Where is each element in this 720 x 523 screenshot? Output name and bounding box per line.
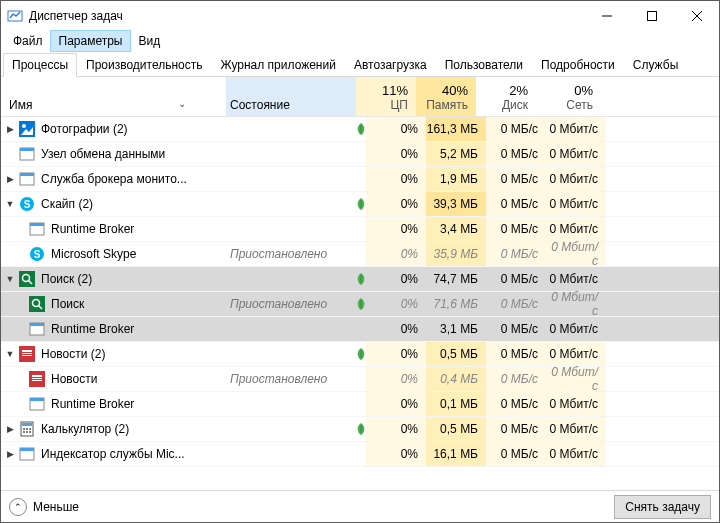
process-row[interactable]: ▼SСкайп (2)0%39,3 МБ0 МБ/с0 Мбит/с xyxy=(1,192,719,217)
titlebar[interactable]: Диспетчер задач xyxy=(1,1,719,31)
process-row[interactable]: НовостиПриостановлено0%0,4 МБ0 МБ/с0 Мби… xyxy=(1,367,719,392)
tab-startup[interactable]: Автозагрузка xyxy=(345,53,436,76)
process-row[interactable]: Runtime Broker0%3,1 МБ0 МБ/с0 Мбит/с xyxy=(1,317,719,342)
svg-rect-36 xyxy=(32,375,42,377)
process-name: Калькулятор (2) xyxy=(41,422,129,436)
column-memory[interactable]: 40%Память xyxy=(416,77,476,116)
cell-cpu: 0% xyxy=(366,417,426,441)
cell-status xyxy=(226,392,356,416)
footer-bar: ⌃ Меньше Снять задачу xyxy=(1,490,719,522)
cell-cpu: 0% xyxy=(366,142,426,166)
process-row[interactable]: ▼Поиск (2)0%74,7 МБ0 МБ/с0 Мбит/с xyxy=(1,267,719,292)
leaf-icon xyxy=(356,292,366,316)
chevron-down-icon[interactable]: ⌄ xyxy=(178,98,186,109)
cell-disk: 0 МБ/с xyxy=(486,367,546,391)
cell-cpu: 0% xyxy=(366,367,426,391)
column-name[interactable]: ⌄ Имя xyxy=(1,98,226,116)
cell-status xyxy=(226,217,356,241)
expand-toggle[interactable]: ▼ xyxy=(5,199,15,209)
expand-toggle[interactable]: ▼ xyxy=(5,274,15,284)
process-row[interactable]: Runtime Broker0%0,1 МБ0 МБ/с0 Мбит/с xyxy=(1,392,719,417)
search-icon xyxy=(19,271,35,287)
column-disk[interactable]: 2%Диск xyxy=(476,77,536,116)
expand-toggle[interactable]: ▶ xyxy=(5,174,15,184)
process-row[interactable]: ▶Фотографии (2)0%161,3 МБ0 МБ/с0 Мбит/с xyxy=(1,117,719,142)
svg-rect-40 xyxy=(30,398,44,401)
process-row[interactable]: SMicrosoft SkypeПриостановлено0%35,9 МБ0… xyxy=(1,242,719,267)
fewer-details-button[interactable]: ⌃ Меньше xyxy=(9,498,614,516)
cell-net: 0 Мбит/с xyxy=(546,242,606,266)
photos-icon xyxy=(19,121,35,137)
process-row[interactable]: Runtime Broker0%3,4 МБ0 МБ/с0 Мбит/с xyxy=(1,217,719,242)
tab-performance[interactable]: Производительность xyxy=(77,53,211,76)
cell-disk: 0 МБ/с xyxy=(486,242,546,266)
search-icon xyxy=(29,296,45,312)
process-name: Служба брокера монито... xyxy=(41,172,187,186)
expand-toggle[interactable]: ▼ xyxy=(5,349,15,359)
process-row[interactable]: ▶Индексатор службы Mic...0%16,1 МБ0 МБ/с… xyxy=(1,442,719,467)
process-row[interactable]: ▶Калькулятор (2)0%0,5 МБ0 МБ/с0 Мбит/с xyxy=(1,417,719,442)
menu-file[interactable]: Файл xyxy=(5,31,51,51)
calc-icon xyxy=(19,421,35,437)
svg-point-47 xyxy=(26,431,28,433)
cell-name: Узел обмена данными xyxy=(1,146,226,162)
svg-rect-38 xyxy=(32,380,42,381)
cell-cpu: 0% xyxy=(366,242,426,266)
cell-name: ▶Служба брокера монито... xyxy=(1,171,226,187)
leaf-icon xyxy=(356,392,366,416)
column-cpu[interactable]: 11%ЦП xyxy=(356,77,416,116)
process-row[interactable]: Узел обмена данными0%5,2 МБ0 МБ/с0 Мбит/… xyxy=(1,142,719,167)
expand-toggle[interactable]: ▶ xyxy=(5,424,15,434)
svg-point-44 xyxy=(26,428,28,430)
column-status[interactable]: Состояние xyxy=(226,77,356,116)
cell-status xyxy=(226,417,356,441)
tab-services[interactable]: Службы xyxy=(624,53,687,76)
cell-cpu: 0% xyxy=(366,442,426,466)
cell-name: ▼Новости (2) xyxy=(1,346,226,362)
cell-mem: 0,5 МБ xyxy=(426,342,486,366)
cell-mem: 3,4 МБ xyxy=(426,217,486,241)
svg-rect-2 xyxy=(647,12,656,21)
cell-net: 0 Мбит/с xyxy=(546,292,606,316)
cell-cpu: 0% xyxy=(366,317,426,341)
end-task-button[interactable]: Снять задачу xyxy=(614,495,711,519)
menu-view[interactable]: Вид xyxy=(130,31,168,51)
cell-status xyxy=(226,267,356,291)
cell-cpu: 0% xyxy=(366,342,426,366)
cell-cpu: 0% xyxy=(366,292,426,316)
cell-cpu: 0% xyxy=(366,167,426,191)
leaf-icon xyxy=(356,267,366,291)
process-row[interactable]: ▶Служба брокера монито...0%1,9 МБ0 МБ/с0… xyxy=(1,167,719,192)
cell-cpu: 0% xyxy=(366,192,426,216)
column-network[interactable]: 0%Сеть xyxy=(536,77,601,116)
cell-disk: 0 МБ/с xyxy=(486,117,546,141)
cell-net: 0 Мбит/с xyxy=(546,317,606,341)
svg-rect-37 xyxy=(32,378,42,379)
process-row[interactable]: ▼Новости (2)0%0,5 МБ0 МБ/с0 Мбит/с xyxy=(1,342,719,367)
svg-point-6 xyxy=(22,124,26,128)
newsred-icon xyxy=(29,371,45,387)
close-button[interactable] xyxy=(674,1,719,31)
leaf-icon xyxy=(356,342,366,366)
process-row[interactable]: ПоискПриостановлено0%71,6 МБ0 МБ/с0 Мбит… xyxy=(1,292,719,317)
maximize-button[interactable] xyxy=(629,1,674,31)
tab-details[interactable]: Подробности xyxy=(532,53,624,76)
cell-status xyxy=(226,117,356,141)
svg-text:S: S xyxy=(34,249,41,260)
expand-toggle[interactable]: ▶ xyxy=(5,124,15,134)
tab-processes[interactable]: Процессы xyxy=(3,53,77,77)
svg-rect-10 xyxy=(20,148,34,151)
minimize-button[interactable] xyxy=(584,1,629,31)
menu-options[interactable]: Параметры xyxy=(51,31,131,51)
tab-users[interactable]: Пользователи xyxy=(436,53,532,76)
cell-disk: 0 МБ/с xyxy=(486,442,546,466)
expand-toggle[interactable]: ▶ xyxy=(5,449,15,459)
process-name: Узел обмена данными xyxy=(41,147,165,161)
cell-status: Приостановлено xyxy=(226,292,356,316)
column-headers: ⌄ Имя Состояние 11%ЦП 40%Память 2%Диск 0… xyxy=(1,77,719,117)
news-icon xyxy=(19,346,35,362)
tab-apphistory[interactable]: Журнал приложений xyxy=(212,53,345,76)
cell-mem: 1,9 МБ xyxy=(426,167,486,191)
cell-net: 0 Мбит/с xyxy=(546,142,606,166)
cell-status: Приостановлено xyxy=(226,242,356,266)
